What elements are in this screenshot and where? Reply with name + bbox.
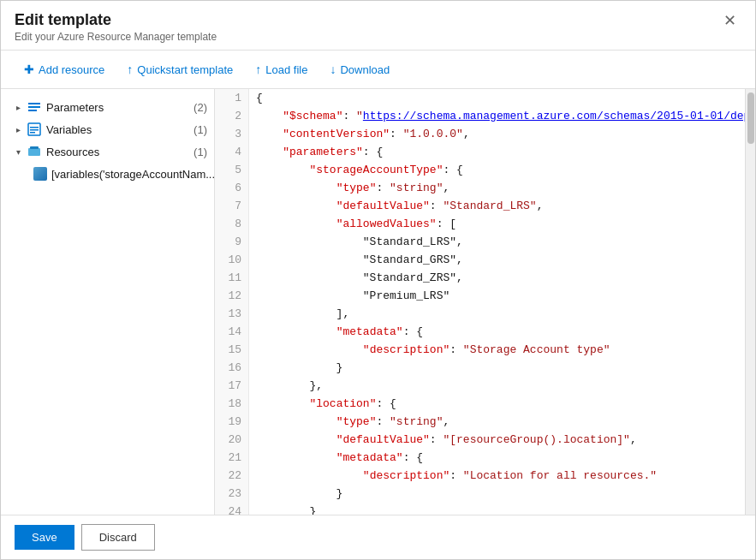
save-button[interactable]: Save (15, 525, 74, 550)
line-number: 8 (215, 215, 248, 233)
code-line: } (256, 359, 745, 377)
svg-rect-0 (28, 103, 40, 104)
main-content: ▸ Parameters (2) ▸ Variables (1) ▾ (1, 89, 755, 515)
line-number: 18 (215, 395, 248, 413)
code-line: "Standard_GRS", (256, 251, 745, 269)
load-file-label: Load file (265, 63, 307, 76)
line-number: 22 (215, 467, 248, 485)
svg-rect-5 (30, 129, 39, 131)
parameters-label: Parameters (46, 101, 191, 114)
svg-rect-2 (28, 110, 37, 111)
load-file-icon: ↑ (255, 63, 261, 76)
sidebar: ▸ Parameters (2) ▸ Variables (1) ▾ (1, 89, 215, 515)
storage-label: [variables('storageAccountNam... (51, 168, 215, 181)
title-area: Edit template Edit your Azure Resource M… (15, 11, 217, 43)
editor-area: 1234567891011121314151617181920212223242… (215, 89, 755, 515)
code-line: "contentVersion": "1.0.0.0", (256, 125, 745, 143)
code-line: "defaultValue": "[resourceGroup().locati… (256, 431, 745, 449)
schema-link[interactable]: https://schema.management.azure.com/sche… (363, 110, 745, 122)
sidebar-item-storage[interactable]: [variables('storageAccountNam... (1, 163, 214, 185)
svg-rect-8 (30, 146, 39, 149)
code-line: "type": "string", (256, 179, 745, 197)
code-line: "location": { (256, 395, 745, 413)
edit-template-dialog: Edit template Edit your Azure Resource M… (0, 0, 756, 560)
scrollbar-thumb[interactable] (747, 92, 754, 144)
code-line: "Standard_ZRS", (256, 269, 745, 287)
code-line: "description": "Storage Account type" (256, 341, 745, 359)
line-number: 17 (215, 377, 248, 395)
load-file-button[interactable]: ↑ Load file (246, 57, 317, 81)
line-number: 9 (215, 233, 248, 251)
code-line: } (256, 503, 745, 515)
download-icon: ↓ (330, 63, 336, 76)
code-line: }, (256, 377, 745, 395)
line-number: 23 (215, 485, 248, 503)
discard-button[interactable]: Discard (81, 524, 155, 551)
line-number: 24 (215, 503, 248, 515)
parameters-toggle-icon: ▸ (11, 103, 25, 112)
resources-icon (27, 144, 42, 159)
line-number: 16 (215, 359, 248, 377)
quickstart-template-button[interactable]: ↑ Quickstart template (117, 57, 242, 81)
add-resource-icon: ✚ (24, 63, 34, 76)
code-editor[interactable]: { "$schema": "https://schema.management.… (249, 89, 745, 515)
line-number: 6 (215, 179, 248, 197)
line-number: 5 (215, 161, 248, 179)
line-number: 2 (215, 107, 248, 125)
line-number: 1 (215, 89, 248, 107)
quickstart-label: Quickstart template (137, 63, 233, 76)
dialog-title: Edit template (15, 11, 217, 29)
line-number: 12 (215, 287, 248, 305)
add-resource-label: Add resource (39, 63, 104, 76)
variables-label: Variables (46, 123, 191, 136)
sidebar-item-variables[interactable]: ▸ Variables (1) (1, 118, 214, 140)
line-number: 4 (215, 143, 248, 161)
quickstart-icon: ↑ (127, 63, 133, 76)
resources-label: Resources (46, 146, 191, 158)
code-line: "allowedValues": [ (256, 215, 745, 233)
toolbar: ✚ Add resource ↑ Quickstart template ↑ L… (1, 51, 755, 89)
code-line: "$schema": "https://schema.management.az… (256, 107, 745, 125)
svg-rect-1 (28, 106, 40, 108)
code-line: { (256, 89, 745, 107)
line-number: 21 (215, 449, 248, 467)
code-line: "description": "Location for all resourc… (256, 467, 745, 485)
line-number: 3 (215, 125, 248, 143)
line-number: 15 (215, 341, 248, 359)
storage-icon (33, 166, 47, 182)
code-line: "metadata": { (256, 323, 745, 341)
variables-icon (27, 122, 42, 137)
resources-count: (1) (191, 146, 208, 158)
code-line: } (256, 485, 745, 503)
code-line: "storageAccountType": { (256, 161, 745, 179)
line-number: 11 (215, 269, 248, 287)
dialog-header: Edit template Edit your Azure Resource M… (1, 1, 755, 51)
download-button[interactable]: ↓ Download (320, 57, 399, 81)
parameters-icon (27, 99, 42, 115)
code-line: "metadata": { (256, 449, 745, 467)
sidebar-item-resources[interactable]: ▾ Resources (1) (1, 140, 214, 163)
variables-toggle-icon: ▸ (11, 125, 25, 134)
line-number: 14 (215, 323, 248, 341)
line-number: 10 (215, 251, 248, 269)
sidebar-item-parameters[interactable]: ▸ Parameters (2) (1, 96, 214, 118)
line-number: 19 (215, 413, 248, 431)
code-line: "type": "string", (256, 413, 745, 431)
code-line: "Premium_LRS" (256, 287, 745, 305)
line-number: 7 (215, 197, 248, 215)
footer: Save Discard (1, 515, 755, 559)
code-line: "defaultValue": "Standard_LRS", (256, 197, 745, 215)
resources-toggle-icon: ▾ (11, 147, 25, 157)
code-line: "parameters": { (256, 143, 745, 161)
parameters-count: (2) (191, 101, 208, 114)
svg-rect-7 (28, 148, 40, 156)
svg-rect-4 (30, 127, 39, 128)
download-label: Download (340, 63, 390, 76)
line-numbers: 1234567891011121314151617181920212223242… (215, 89, 249, 515)
code-line: "Standard_LRS", (256, 233, 745, 251)
scrollbar-track[interactable] (745, 89, 755, 515)
close-button[interactable]: ✕ (718, 11, 741, 30)
line-number: 13 (215, 305, 248, 323)
add-resource-button[interactable]: ✚ Add resource (15, 57, 114, 81)
dialog-subtitle: Edit your Azure Resource Manager templat… (15, 31, 217, 43)
